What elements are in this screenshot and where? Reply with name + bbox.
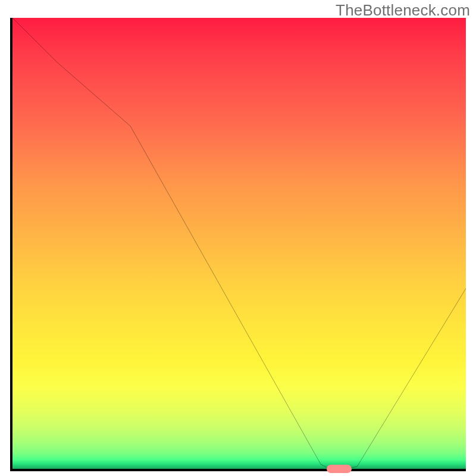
bottleneck-curve — [12, 18, 466, 469]
watermark-text: TheBottleneck.com — [336, 1, 470, 20]
plot-area — [10, 18, 466, 471]
chart-frame: TheBottleneck.com — [0, 0, 476, 476]
optimal-marker — [327, 465, 352, 473]
